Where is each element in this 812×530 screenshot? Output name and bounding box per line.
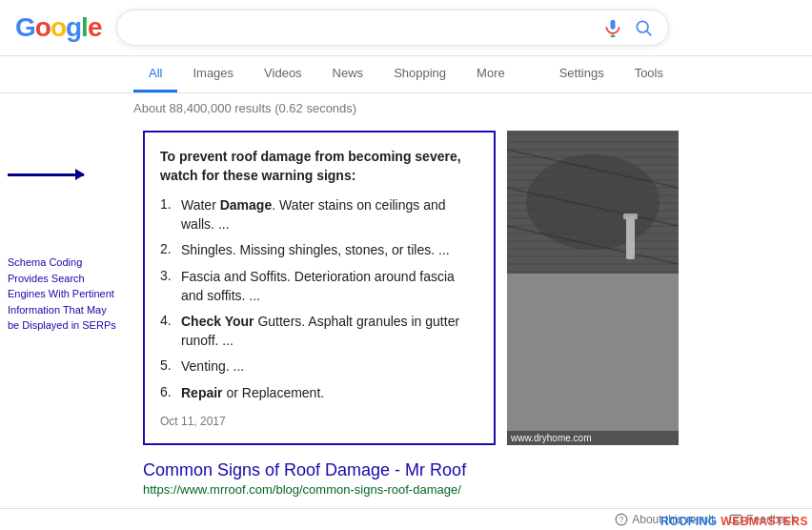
- main-content: Schema Coding Provides Search Engines Wi…: [0, 123, 812, 504]
- tab-shopping[interactable]: Shopping: [378, 56, 461, 92]
- snippet-title: To prevent roof damage from becoming sev…: [160, 148, 478, 185]
- image-attribution: www.dryhome.com: [507, 431, 679, 445]
- left-sidebar: Schema Coding Provides Search Engines Wi…: [0, 131, 124, 504]
- list-item: 5. Venting. ...: [160, 357, 478, 377]
- tab-news[interactable]: News: [317, 56, 379, 92]
- snippet-list: 1. Water Damage. Water stains on ceiling…: [160, 196, 478, 402]
- header: Google how can you tell if your roof is …: [0, 0, 812, 56]
- search-input[interactable]: how can you tell if your roof is damaged: [132, 19, 592, 36]
- results-info: About 88,400,000 results (0.62 seconds): [0, 93, 812, 123]
- search-icon[interactable]: [634, 18, 653, 37]
- nav-tabs: All Images Videos News Shopping More Set…: [0, 56, 812, 93]
- search-result: Common Signs of Roof Damage - Mr Roof ht…: [143, 460, 679, 497]
- svg-point-0: [638, 21, 649, 32]
- watermark-webmasters: WEBMASTERS: [721, 515, 808, 528]
- watermark-roofing: ROOFING: [660, 515, 721, 528]
- list-item: 3. Fascia and Soffits. Deterioration aro…: [160, 268, 478, 305]
- roof-texture-svg: [507, 131, 679, 274]
- snippet-image-inner: [507, 131, 679, 274]
- arrow-icon: [8, 173, 84, 176]
- list-item: 4. Check Your Gutters. Asphalt granules …: [160, 313, 478, 350]
- search-icons: [603, 18, 653, 37]
- tab-tools[interactable]: Tools: [619, 56, 679, 92]
- tab-images[interactable]: Images: [177, 56, 249, 92]
- svg-text:?: ?: [619, 516, 624, 524]
- snippet-date: Oct 11, 2017: [160, 415, 478, 428]
- result-title[interactable]: Common Signs of Roof Damage - Mr Roof: [143, 460, 679, 480]
- nav-right: Settings Tools: [544, 56, 679, 92]
- list-item: 1. Water Damage. Water stains on ceiling…: [160, 196, 478, 234]
- list-item: 6. Repair or Replacement.: [160, 384, 478, 403]
- info-icon: ?: [615, 513, 628, 526]
- tab-all[interactable]: All: [133, 56, 177, 92]
- list-item: 2. Shingles. Missing shingles, stones, o…: [160, 241, 478, 260]
- svg-rect-10: [623, 214, 638, 219]
- mic-icon[interactable]: [603, 18, 622, 37]
- bottom-bar: ? About this result Feedback ROOFING WEB…: [0, 508, 812, 530]
- arrow-container: [0, 173, 124, 176]
- google-logo: Google: [15, 12, 101, 43]
- snippet-image: www.dryhome.com: [507, 131, 679, 445]
- tab-settings[interactable]: Settings: [544, 56, 619, 92]
- results-area: To prevent roof damage from becoming sev…: [124, 131, 679, 504]
- result-url: https://www.mrroof.com/blog/common-signs…: [143, 482, 679, 497]
- svg-line-1: [647, 31, 652, 36]
- search-bar: how can you tell if your roof is damaged: [116, 10, 669, 46]
- results-count: About 88,400,000 results (0.62 seconds): [133, 101, 356, 115]
- featured-snippet: To prevent roof damage from becoming sev…: [143, 131, 496, 445]
- featured-snippet-wrapper: To prevent roof damage from becoming sev…: [143, 131, 679, 445]
- svg-rect-9: [626, 216, 635, 259]
- sidebar-text: Schema Coding Provides Search Engines Wi…: [0, 255, 124, 334]
- tab-more[interactable]: More: [461, 56, 520, 92]
- watermark: ROOFING WEBMASTERS: [660, 515, 808, 528]
- tab-videos[interactable]: Videos: [249, 56, 317, 92]
